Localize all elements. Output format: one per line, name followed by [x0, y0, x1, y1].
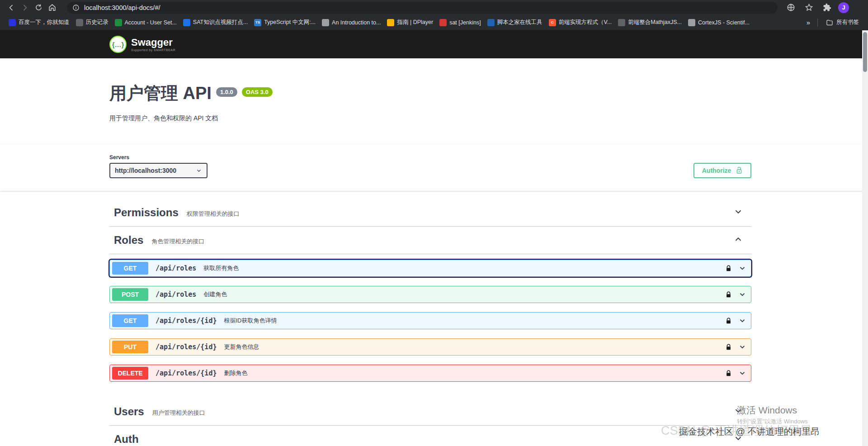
bookmark-cortexjs[interactable]: CortexJS - Scientif... [685, 18, 753, 28]
bookmark-jb51-tools[interactable]: 脚本之家在线工具 [484, 17, 546, 28]
forward-icon [20, 3, 29, 12]
bookmark-favicon-icon [322, 19, 329, 26]
bookmark-introduction[interactable]: An Introduction to... [319, 18, 384, 28]
section-auth[interactable]: Auth [109, 426, 751, 446]
bookmark-jenkins[interactable]: sat [Jenkins] [436, 18, 484, 28]
method-badge: GET [112, 262, 148, 275]
home-icon [48, 3, 57, 12]
method-badge: POST [112, 288, 148, 301]
section-roles[interactable]: Roles 角色管理相关的接口 [109, 227, 751, 254]
chevron-down-icon[interactable] [733, 406, 743, 418]
profile-avatar[interactable]: J [838, 2, 849, 13]
lock-icon[interactable] [725, 344, 732, 351]
page-scrollbar[interactable] [862, 30, 868, 446]
home-button[interactable] [45, 1, 59, 14]
chevron-down-icon[interactable] [733, 207, 743, 218]
unlock-icon [736, 167, 743, 174]
bookmark-label: 脚本之家在线工具 [497, 19, 542, 26]
chevron-down-icon[interactable] [738, 290, 746, 299]
lock-icon[interactable] [725, 265, 732, 272]
bookmark-account[interactable]: Account - User Set... [112, 18, 180, 28]
api-description: 用于管理用户、角色和权限的 API 文档 [109, 114, 751, 123]
site-info-icon[interactable] [72, 4, 80, 11]
star-icon [805, 3, 813, 12]
chevron-down-icon[interactable] [738, 343, 746, 351]
endpoint-summary: 删除角色 [224, 369, 247, 377]
bookmark-label: SAT知识点视频打点... [193, 19, 248, 26]
bookmark-typescript[interactable]: TS TypeScript 中文网:... [251, 17, 319, 28]
bookmark-favicon-icon [76, 19, 83, 26]
section-users[interactable]: Users 用户管理相关的接口 [109, 398, 751, 426]
reload-icon [34, 3, 43, 12]
bookmark-label: 前端实现方程式（V... [559, 19, 612, 26]
lock-icon[interactable] [725, 318, 732, 324]
bookmark-label: sat [Jenkins] [449, 19, 481, 26]
folder-icon [826, 19, 833, 26]
bookmark-favicon-icon [387, 19, 394, 26]
scheme-container: Servers http://localhost:3000 Authorize [0, 144, 868, 191]
chevron-down-icon[interactable] [733, 433, 743, 445]
endpoint-summary: 更新角色信息 [224, 343, 259, 351]
section-description: 权限管理相关的接口 [187, 207, 240, 218]
translate-button[interactable] [784, 1, 797, 14]
endpoint-summary: 创建角色 [203, 290, 227, 299]
section-permissions[interactable]: Permissions 权限管理相关的接口 [109, 199, 751, 227]
authorize-label: Authorize [702, 167, 731, 174]
lock-icon[interactable] [725, 370, 732, 377]
address-bar[interactable]: localhost:3000/api-docs/#/ [67, 2, 778, 14]
section-title: Roles [114, 234, 143, 247]
endpoint-create-role[interactable]: POST /api/roles 创建角色 [109, 286, 751, 303]
version-badge: 1.0.0 [216, 87, 237, 97]
bookmark-dplayer[interactable]: 指南 | DPlayer [384, 17, 436, 28]
extensions-button[interactable] [820, 1, 834, 14]
swagger-logo-icon: {…} [109, 36, 127, 53]
bookmark-favicon-icon [688, 19, 695, 26]
back-icon [7, 3, 16, 12]
endpoint-path: /api/roles/{id} [156, 369, 217, 377]
chevron-down-icon[interactable] [738, 317, 746, 325]
swagger-topbar: {…} Swagger Supported by SMARTBEAR [0, 30, 868, 58]
oas-badge: OAS 3.0 [242, 87, 273, 97]
bookmark-favicon-icon [439, 19, 447, 26]
server-select[interactable]: http://localhost:3000 [109, 163, 208, 178]
scrollbar-thumb[interactable] [863, 32, 867, 72]
bookmark-label: An Introduction to... [332, 19, 381, 26]
bookmark-label: TypeScript 中文网:... [264, 19, 316, 26]
endpoint-delete-role[interactable]: DELETE /api/roles/{id} 删除角色 [109, 365, 751, 382]
endpoint-update-role[interactable]: PUT /api/roles/{id} 更新角色信息 [109, 338, 751, 356]
page-title: 用户管理 API [109, 84, 212, 103]
roles-operations: GET /api/roles 获取所有角色 POST /api/roles 创建… [109, 254, 751, 398]
bookmark-label: CortexJS - Scientif... [698, 19, 750, 26]
bookmark-baidu[interactable]: 百度一下，你就知道 [5, 17, 73, 28]
servers-label: Servers [109, 154, 208, 161]
endpoint-get-all-roles[interactable]: GET /api/roles 获取所有角色 [109, 260, 751, 277]
bookmark-favicon-icon [183, 19, 190, 26]
swagger-brand-link[interactable]: {…} Swagger Supported by SMARTBEAR [109, 36, 175, 53]
back-button[interactable] [5, 1, 18, 14]
api-info-section: 用户管理 API 1.0.0 OAS 3.0 用于管理用户、角色和权限的 API… [109, 58, 751, 144]
bookmarks-overflow-chevron[interactable]: » [804, 19, 813, 26]
all-bookmarks-button[interactable]: 所有书签 [822, 17, 863, 28]
section-title: Permissions [114, 206, 179, 219]
bookmark-sat-video[interactable]: SAT知识点视频打点... [180, 17, 251, 28]
bookmark-csdn-equation[interactable]: C 前端实现方程式（V... [546, 17, 615, 28]
bookmark-label: 历史记录 [86, 19, 108, 26]
section-title: Auth [114, 433, 139, 446]
authorize-button[interactable]: Authorize [693, 163, 751, 178]
chevron-down-icon[interactable] [738, 264, 746, 272]
bookmark-favicon-icon [115, 19, 122, 26]
lock-icon[interactable] [725, 291, 732, 298]
endpoint-path: /api/roles [156, 290, 196, 299]
forward-button[interactable] [18, 1, 32, 14]
chevron-down-icon[interactable] [738, 369, 746, 377]
bookmark-mathjax[interactable]: 前端整合MathjaxJS... [615, 17, 685, 28]
bookmark-star-button[interactable] [802, 1, 816, 14]
method-badge: DELETE [112, 367, 148, 380]
chevron-up-icon[interactable] [733, 234, 743, 246]
servers-block: Servers http://localhost:3000 [109, 154, 208, 178]
bookmarks-divider [817, 19, 818, 27]
reload-button[interactable] [32, 1, 45, 14]
bookmark-favicon-icon: C [549, 19, 556, 26]
bookmark-history[interactable]: 历史记录 [73, 17, 112, 28]
endpoint-get-role-by-id[interactable]: GET /api/roles/{id} 根据ID获取角色详情 [109, 312, 751, 329]
